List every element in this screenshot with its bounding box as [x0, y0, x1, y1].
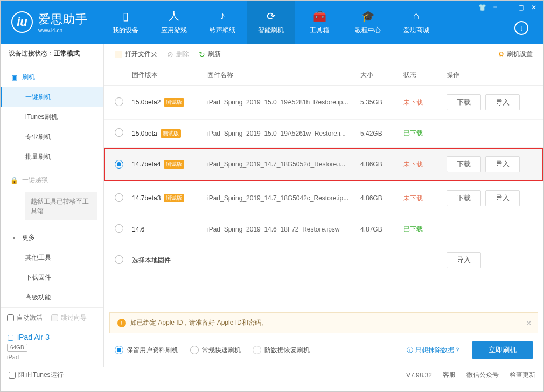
nav-tab-6[interactable]: ⌂爱思商城 [392, 1, 441, 44]
row-radio[interactable] [115, 160, 123, 169]
check-update-link[interactable]: 检查更新 [510, 370, 535, 380]
folder-icon [115, 51, 122, 58]
logo-area[interactable]: iu 爱思助手 www.i4.cn [11, 11, 96, 33]
logo-title: 爱思助手 [38, 11, 88, 27]
connection-status: 设备连接状态：正常模式 [1, 44, 103, 64]
table-row[interactable]: 14.7beta4 测试版 iPad_Spring_2019_14.7_18G5… [104, 148, 543, 181]
tshirt-icon[interactable]: 👕 [478, 4, 486, 11]
row-radio[interactable] [115, 128, 123, 137]
nav-tab-5[interactable]: 🎓教程中心 [344, 1, 392, 44]
info-icon: ⓘ [407, 346, 413, 355]
row-radio[interactable] [115, 97, 123, 106]
row-size: 5.35GB [360, 99, 403, 106]
table-header: 固件版本 固件名称 大小 状态 操作 [104, 65, 543, 86]
device-box[interactable]: ▢ iPad Air 3 64GB iPad [1, 328, 103, 367]
table-row[interactable]: 15.0beta2 测试版 iPad_Spring_2019_15.0_19A5… [104, 86, 543, 120]
device-type: iPad [7, 354, 97, 360]
menu-icon[interactable]: ≡ [491, 4, 499, 11]
row-radio[interactable] [115, 193, 123, 202]
table-row[interactable]: 选择本地固件 导入 [104, 243, 543, 277]
nav-icon-5: 🎓 [361, 10, 375, 23]
import-button[interactable]: 导入 [447, 252, 481, 268]
table-row[interactable]: 14.7beta3 测试版 iPad_Spring_2019_14.7_18G5… [104, 181, 543, 215]
beta-badge: 测试版 [164, 98, 184, 107]
footer: 阻止iTunes运行 V7.98.32 客服 微信公众号 检查更新 [1, 367, 543, 383]
close-icon[interactable]: ✕ [529, 4, 538, 11]
opt-normal-fast[interactable]: 常规快速刷机 [190, 346, 241, 355]
nav-tab-4[interactable]: 🧰工具箱 [295, 1, 344, 44]
col-status-header[interactable]: 状态 [403, 71, 447, 80]
maximize-icon[interactable]: ▢ [517, 4, 525, 11]
refresh-button[interactable]: ↻ 刷新 [199, 50, 221, 59]
col-name-header[interactable]: 固件名称 [207, 71, 360, 80]
block-itunes-check[interactable]: 阻止iTunes运行 [9, 370, 64, 380]
wechat-link[interactable]: 微信公众号 [466, 370, 499, 380]
gear-icon: ⚙ [498, 51, 504, 58]
flash-now-button[interactable]: 立即刷机 [472, 341, 533, 359]
download-button[interactable]: 下载 [447, 156, 481, 172]
row-status: 已下载 [403, 129, 447, 138]
import-button[interactable]: 导入 [485, 156, 520, 172]
table-row[interactable]: 15.0beta 测试版 iPad_Spring_2019_15.0_19A52… [104, 120, 543, 148]
row-name: iPad_Spring_2019_15.0_19A5261w_Restore.i… [207, 130, 360, 137]
skip-guide-check[interactable]: 跳过向导 [51, 313, 87, 323]
lock-icon: 🔒 [10, 177, 18, 184]
device-icon: ▢ [7, 333, 14, 341]
opt-keep-data[interactable]: 保留用户资料刷机 [115, 346, 178, 355]
sidebar-more-item-0[interactable]: 其他工具 [1, 248, 103, 268]
col-size-header[interactable]: 大小 [360, 71, 403, 80]
refresh-icon: ↻ [199, 50, 205, 59]
sidebar-more-head[interactable]: ▪ 更多 [1, 228, 103, 248]
sidebar-jailbreak-head: 🔒 一键越狱 [1, 170, 103, 190]
table-row[interactable]: 14.6 iPad_Spring_2019_14.6_18F72_Restore… [104, 215, 543, 243]
row-radio[interactable] [115, 255, 123, 264]
download-button[interactable]: 下载 [447, 190, 481, 206]
row-status: 未下载 [403, 194, 447, 203]
nav-tab-1[interactable]: 人应用游戏 [150, 1, 198, 44]
download-circle-icon[interactable]: ↓ [514, 21, 528, 35]
row-status: 未下载 [403, 160, 447, 169]
nav-tab-2[interactable]: ♪铃声壁纸 [198, 1, 247, 44]
open-folder-button[interactable]: 打开文件夹 [115, 50, 157, 59]
nav-tab-0[interactable]: ▯我的设备 [101, 1, 150, 44]
version-label: V7.98.32 [406, 372, 432, 379]
beta-badge: 测试版 [161, 129, 181, 138]
import-button[interactable]: 导入 [485, 190, 520, 206]
flash-option-bar: 保留用户资料刷机 常规快速刷机 防数据恢复刷机 ⓘ 只想抹除数据？ 立即刷机 [104, 333, 543, 367]
row-radio[interactable] [115, 224, 123, 233]
sidebar-flash-item-1[interactable]: iTunes刷机 [1, 107, 103, 127]
jailbreak-note: 越狱工具已转移至工具箱 [25, 192, 97, 220]
delete-button[interactable]: ⊘ 删除 [167, 50, 189, 59]
row-version: 14.7beta3 测试版 [132, 194, 207, 202]
logo-subtitle: www.i4.cn [38, 27, 88, 33]
notice-close-icon[interactable]: ✕ [526, 319, 532, 327]
erase-data-link[interactable]: ⓘ 只想抹除数据？ [407, 346, 461, 355]
row-name: iPad_Spring_2019_14.7_18G5042c_Restore.i… [207, 194, 360, 202]
sidebar-flash-item-3[interactable]: 批量刷机 [1, 147, 103, 167]
minimize-icon[interactable]: — [504, 4, 512, 11]
toolbar: 打开文件夹 ⊘ 删除 ↻ 刷新 ⚙ 刷机设置 [104, 44, 543, 65]
nav-tab-3[interactable]: ⟳智能刷机 [247, 1, 295, 44]
row-version: 14.7beta4 测试版 [132, 160, 207, 169]
opt-anti-recovery[interactable]: 防数据恢复刷机 [253, 346, 310, 355]
row-ops: 导入 [447, 252, 533, 268]
import-button[interactable]: 导入 [485, 94, 520, 110]
col-version-header[interactable]: 固件版本 [132, 71, 207, 80]
download-button[interactable]: 下载 [447, 94, 481, 110]
row-name: iPad_Spring_2019_14.7_18G5052d_Restore.i… [207, 160, 360, 168]
row-status: 未下载 [403, 98, 447, 107]
flash-icon: ▣ [10, 74, 18, 81]
device-storage-badge: 64GB [7, 344, 27, 352]
sidebar-flash-item-0[interactable]: 一键刷机 [1, 87, 103, 107]
auto-activate-check[interactable]: 自动激活 [7, 313, 43, 323]
nav-icon-2: ♪ [220, 10, 225, 23]
row-size: 4.86GB [360, 194, 403, 202]
service-link[interactable]: 客服 [443, 370, 456, 380]
app-header: iu 爱思助手 www.i4.cn ▯我的设备人应用游戏♪铃声壁纸⟳智能刷机🧰工… [1, 1, 543, 44]
sidebar-more-item-2[interactable]: 高级功能 [1, 288, 103, 307]
flash-settings-button[interactable]: ⚙ 刷机设置 [498, 50, 533, 59]
sidebar-flash-head[interactable]: ▣ 刷机 [1, 67, 103, 87]
sidebar-more-item-1[interactable]: 下载固件 [1, 268, 103, 288]
sidebar-flash-item-2[interactable]: 专业刷机 [1, 127, 103, 147]
delete-icon: ⊘ [167, 50, 173, 59]
